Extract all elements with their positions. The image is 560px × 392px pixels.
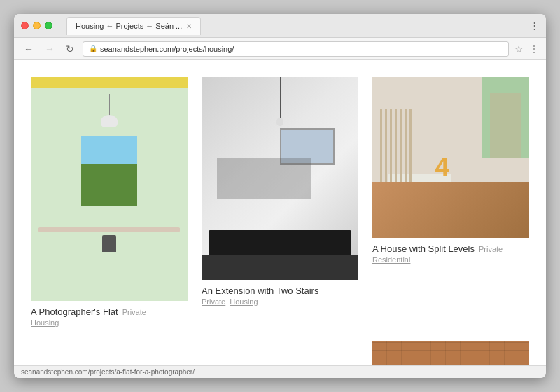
project-title-2: An Extension with Two Stairs (202, 286, 318, 296)
project-image-photographers-flat[interactable] (31, 77, 188, 301)
address-bar[interactable]: 🔒 seanandstephen.com/projects/housing/ (83, 41, 509, 57)
project-tags-row-2: Private Housing (202, 298, 358, 306)
project-image-house-split[interactable]: 4 (372, 77, 529, 238)
tab-close-icon[interactable]: ✕ (186, 22, 192, 30)
active-tab[interactable]: Housing ← Projects ← Seán ... ✕ (66, 17, 201, 35)
project-item-photographers-flat: A Photographer's Flat Private Housing (31, 77, 188, 327)
forward-button[interactable]: → (42, 43, 57, 55)
minimize-button[interactable] (33, 22, 41, 29)
browser-window: Housing ← Projects ← Seán ... ✕ ⋮ ← → ↻ … (14, 14, 546, 378)
project-item-house-split-levels: 4 (372, 77, 529, 327)
table-surface (38, 227, 180, 232)
page-content: A Photographer's Flat Private Housing (14, 60, 546, 365)
project-image-extension[interactable] (202, 77, 358, 280)
p3-number: 4 (435, 153, 449, 182)
p2-bulb (276, 118, 284, 126)
project-title-row-3: A House with Split Levels Private (372, 244, 529, 254)
maximize-button[interactable] (45, 22, 52, 29)
back-button[interactable]: ← (21, 43, 36, 55)
project-item-fourth (372, 341, 529, 365)
p2-lamp-cord (280, 77, 281, 119)
project-meta-1: A Photographer's Flat Private Housing (31, 307, 188, 327)
lock-icon: 🔒 (89, 45, 97, 52)
nav-bar: ← → ↻ 🔒 seanandstephen.com/projects/hous… (14, 38, 546, 60)
project-title-3: A House with Split Levels (372, 244, 475, 254)
project-category-1[interactable]: Housing (31, 318, 188, 327)
project-tag-2[interactable]: Private (202, 298, 225, 306)
refresh-button[interactable]: ↻ (63, 43, 77, 55)
close-button[interactable] (21, 22, 29, 29)
project-title-row-1: A Photographer's Flat Private (31, 307, 188, 317)
window-menu-icon: ⋮ (530, 20, 539, 31)
empty-col-2 (202, 341, 358, 365)
title-bar: Housing ← Projects ← Seán ... ✕ ⋮ (14, 14, 546, 38)
p4-brick (372, 341, 529, 365)
traffic-lights (21, 22, 52, 29)
project-meta-3: A House with Split Levels Private Reside… (372, 244, 529, 264)
p2-room (202, 77, 358, 280)
project-title-1: A Photographer's Flat (31, 307, 118, 317)
p2-wall-items (217, 158, 311, 199)
p2-floor (202, 255, 358, 280)
painting-area (81, 136, 137, 206)
status-url: seanandstephen.com/projects/a-flat-for-a… (21, 368, 195, 376)
pendant-shade (101, 115, 118, 127)
p3-shelf (490, 93, 522, 158)
yellow-bar (31, 77, 188, 88)
p3-wood-steps (372, 182, 529, 239)
project-title-row-2: An Extension with Two Stairs (202, 286, 358, 296)
project-tag-3[interactable]: Private (479, 245, 503, 253)
painting-landscape (81, 136, 137, 206)
project-tag-1[interactable]: Private (122, 308, 146, 316)
project-category-2[interactable]: Housing (230, 298, 258, 306)
chair-shape (102, 235, 116, 252)
more-options-icon[interactable]: ⋮ (529, 43, 539, 55)
empty-col-1 (31, 341, 188, 365)
projects-grid: A Photographer's Flat Private Housing (31, 77, 529, 365)
tab-title: Housing ← Projects ← Seán ... (76, 22, 182, 30)
p1-interior (31, 88, 188, 301)
project-image-fourth[interactable] (372, 341, 529, 365)
project-category-3[interactable]: Residential (372, 255, 529, 264)
url-text: seanandstephen.com/projects/housing/ (100, 45, 234, 53)
project-item-extension-two-stairs: An Extension with Two Stairs Private Hou… (202, 77, 358, 327)
status-bar: seanandstephen.com/projects/a-flat-for-a… (14, 365, 546, 378)
pendant-lamp (109, 94, 110, 122)
bookmark-icon[interactable]: ☆ (514, 43, 524, 55)
project-meta-2: An Extension with Two Stairs Private Hou… (202, 286, 358, 306)
tab-bar: Housing ← Projects ← Seán ... ✕ (66, 17, 524, 35)
